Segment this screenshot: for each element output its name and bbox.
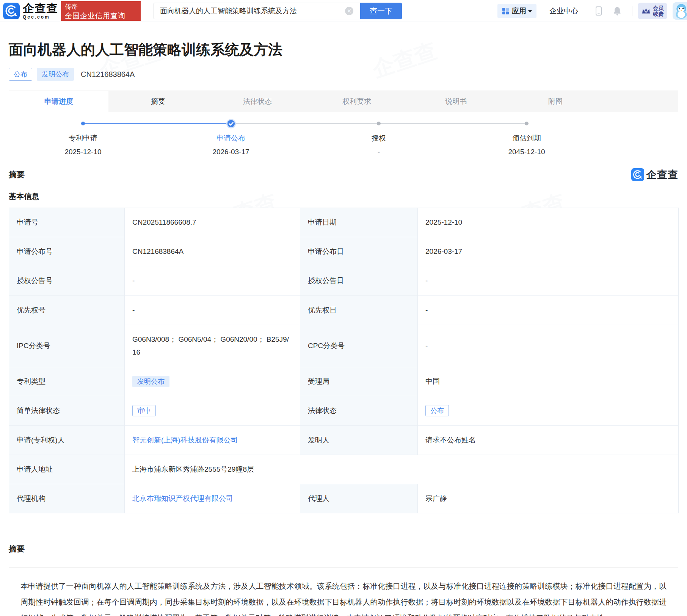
timeline-dot-done xyxy=(81,122,85,125)
timeline-dot-pending xyxy=(377,122,381,125)
field-value: 中国 xyxy=(418,367,679,396)
field-label: 申请(专利权)人 xyxy=(9,425,125,455)
qcc-watermark-text: 企查查 xyxy=(646,168,678,181)
section-title-basic-info: 基本信息 xyxy=(9,191,678,202)
qcc-logo-icon xyxy=(631,168,644,181)
progress-panel: 申请进度 摘要 法律状态 权利要求 说明书 附图 专利申请 2025-12-10 xyxy=(9,91,678,160)
status-badge: 公布 xyxy=(9,68,32,81)
field-label: 授权公告日 xyxy=(300,266,418,295)
tab-legal-status[interactable]: 法律状态 xyxy=(208,91,307,112)
abstract-paragraph: 本申请提供了一种面向机器人的人工智能策略训练系统及方法，涉及人工智能技术领域。该… xyxy=(9,567,678,616)
table-row: 申请人地址 上海市浦东新区秀浦路2555号29幢8层 xyxy=(9,455,679,484)
vip-line2: 续费 xyxy=(653,11,663,17)
table-row: 申请公布号 CN121683864A 申请公布日 2026-03-17 xyxy=(9,237,679,266)
field-label: 申请号 xyxy=(9,208,125,237)
table-row: 优先权号 - 优先权日 - xyxy=(9,295,679,325)
qcc-watermark-logo: 企查查 xyxy=(631,168,678,181)
timeline-step-expiry: 预估到期 2045-12-10 xyxy=(453,118,601,156)
timeline-step-application: 专利申请 2025-12-10 xyxy=(9,118,157,156)
table-row: 代理机构 北京布瑞知识产权代理有限公司 代理人 宗广静 xyxy=(9,484,679,513)
applicant-company-link[interactable]: 智元创新(上海)科技股份有限公司 xyxy=(132,436,238,444)
timeline-step-publication: 申请公布 2026-03-17 xyxy=(157,118,305,156)
tab-figures[interactable]: 附图 xyxy=(506,91,605,112)
field-label: 申请人地址 xyxy=(9,455,125,484)
brand-name: 企查查 xyxy=(23,3,58,14)
legal-status-badge: 公布 xyxy=(425,405,449,416)
field-value: 公布 xyxy=(418,396,679,425)
field-value: - xyxy=(125,266,300,295)
field-label: IPC分类号 xyxy=(9,325,125,367)
enterprise-center-link[interactable]: 企业中心 xyxy=(549,6,578,16)
table-row: 申请(专利权)人 智元创新(上海)科技股份有限公司 发明人 请求不公布姓名 xyxy=(9,425,679,455)
search-input[interactable] xyxy=(154,3,360,19)
divider xyxy=(632,6,632,16)
field-value: - xyxy=(418,295,679,325)
apps-label: 应用 xyxy=(512,6,526,16)
tab-description[interactable]: 说明书 xyxy=(406,91,506,112)
field-label: 代理人 xyxy=(300,484,418,513)
search-button[interactable]: 查一下 xyxy=(360,3,402,19)
tab-abstract[interactable]: 摘要 xyxy=(108,91,208,112)
field-value: - xyxy=(418,266,679,295)
field-label: 受理局 xyxy=(300,367,418,396)
field-value: 请求不公布姓名 xyxy=(418,425,679,455)
table-row: 简单法律状态 审中 法律状态 公布 xyxy=(9,396,679,425)
page-title: 面向机器人的人工智能策略训练系统及方法 xyxy=(9,40,678,59)
legal-status-badge: 审中 xyxy=(132,405,156,416)
tab-claims[interactable]: 权利要求 xyxy=(307,91,406,112)
notification-bell-icon[interactable] xyxy=(612,6,622,16)
field-value: CN202511866608.7 xyxy=(125,208,300,237)
field-label: 优先权号 xyxy=(9,295,125,325)
patent-type-badge: 发明公布 xyxy=(132,376,169,387)
field-value: 2026-03-17 xyxy=(418,237,679,266)
table-row: IPC分类号 G06N3/008； G06N5/04； G06N20/00； B… xyxy=(9,325,679,367)
chevron-down-icon xyxy=(528,10,532,13)
basic-info-table: 申请号 CN202511866608.7 申请日期 2025-12-10 申请公… xyxy=(9,208,679,513)
top-navigation-bar: 企查查 Qcc.com 传奇 全国企业信用查询 ✕ 查一下 应用 企业中心 xyxy=(0,0,687,22)
agency-company-link[interactable]: 北京布瑞知识产权代理有限公司 xyxy=(132,494,233,502)
qcc-logo[interactable]: 企查查 Qcc.com xyxy=(3,3,58,19)
field-label: 授权公告号 xyxy=(9,266,125,295)
field-value: 2025-12-10 xyxy=(418,208,679,237)
table-row: 专利类型 发明公布 受理局 中国 xyxy=(9,367,679,396)
vip-line1: 会员 xyxy=(653,5,663,11)
field-label: 代理机构 xyxy=(9,484,125,513)
clear-search-icon[interactable]: ✕ xyxy=(345,7,353,15)
tab-application-progress[interactable]: 申请进度 xyxy=(9,91,108,112)
field-label: 优先权日 xyxy=(300,295,418,325)
field-value: CN121683864A xyxy=(125,237,300,266)
assistant-mascot[interactable] xyxy=(673,2,687,20)
field-value: 审中 xyxy=(125,396,300,425)
section-title-abstract-text: 摘要 xyxy=(9,544,678,554)
table-row: 授权公告号 - 授权公告日 - xyxy=(9,266,679,295)
field-value: 智元创新(上海)科技股份有限公司 xyxy=(125,425,300,455)
field-label: 简单法律状态 xyxy=(9,396,125,425)
mobile-app-icon[interactable] xyxy=(594,6,603,16)
field-value: 宗广静 xyxy=(418,484,679,513)
field-label: 申请公布日 xyxy=(300,237,418,266)
slogan-badge: 传奇 全国企业信用查询 xyxy=(61,1,141,21)
tab-strip: 申请进度 摘要 法律状态 权利要求 说明书 附图 xyxy=(9,91,678,112)
field-value: - xyxy=(418,325,679,367)
publication-number: CN121683864A xyxy=(81,70,135,79)
field-label: CPC分类号 xyxy=(300,325,418,367)
slogan-line2: 全国企业信用查询 xyxy=(65,11,137,21)
field-label: 发明人 xyxy=(300,425,418,455)
patent-detail-page: 面向机器人的人工智能策略训练系统及方法 公布 发明公布 CN121683864A… xyxy=(0,40,687,616)
section-title-abstract: 摘要 xyxy=(9,169,25,180)
field-label: 申请日期 xyxy=(300,208,418,237)
field-value: G06N3/008； G06N5/04； G06N20/00； B25J9/16 xyxy=(125,325,300,367)
vip-renew-button[interactable]: 会员 续费 xyxy=(638,3,667,19)
apps-menu[interactable]: 应用 xyxy=(497,4,536,18)
field-label: 专利类型 xyxy=(9,367,125,396)
apps-grid-icon xyxy=(502,8,509,15)
field-value: 北京布瑞知识产权代理有限公司 xyxy=(125,484,300,513)
brand-domain: Qcc.com xyxy=(23,15,58,19)
qcc-logo-icon xyxy=(3,3,20,19)
check-badge-icon xyxy=(226,119,236,129)
field-label: 申请公布号 xyxy=(9,237,125,266)
timeline-step-grant: 授权 - xyxy=(305,118,453,156)
table-row: 申请号 CN202511866608.7 申请日期 2025-12-10 xyxy=(9,208,679,237)
crown-icon xyxy=(642,7,651,15)
field-value: 发明公布 xyxy=(125,367,300,396)
